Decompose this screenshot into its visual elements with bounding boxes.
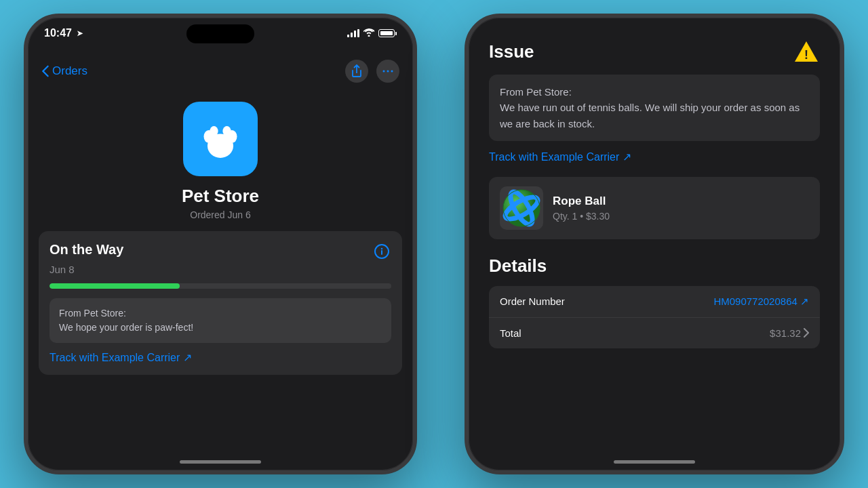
total-row[interactable]: Total $31.32 — [489, 317, 820, 348]
product-image — [500, 186, 543, 230]
progress-bar — [50, 283, 391, 289]
back-button[interactable]: Orders — [41, 64, 87, 78]
svg-text:!: ! — [804, 48, 808, 62]
issue-message-text: From Pet Store: We have run out of tenni… — [500, 84, 809, 131]
svg-point-6 — [210, 126, 218, 136]
product-meta: Qty. 1 • $3.30 — [553, 211, 809, 222]
issue-message-box: From Pet Store: We have run out of tenni… — [489, 75, 820, 141]
signal-icon — [347, 29, 359, 37]
status-time: 10:47 ➤ — [44, 27, 83, 39]
details-section: Details Order Number HM090772020864 ↗ To… — [489, 256, 820, 348]
svg-point-7 — [222, 126, 231, 136]
app-icon-section: Pet Store Ordered Jun 6 — [28, 88, 413, 231]
wifi-icon — [363, 28, 374, 39]
svg-point-2 — [391, 70, 393, 73]
dynamic-island — [186, 24, 254, 43]
issue-title: Issue — [489, 41, 534, 62]
right-phone-content: Issue ! From Pet Store: We have run out … — [469, 18, 840, 470]
order-status-card: On the Way Jun 8 From Pet Store: We hope… — [39, 231, 402, 375]
back-label: Orders — [52, 64, 87, 78]
nav-actions — [345, 60, 399, 83]
order-number-row[interactable]: Order Number HM090772020864 ↗ — [489, 286, 820, 317]
issue-header: Issue ! — [489, 38, 820, 65]
rope-ball-image — [502, 188, 541, 228]
navigation-bar: Orders — [28, 52, 413, 88]
status-date: Jun 8 — [50, 264, 391, 275]
warning-icon: ! — [793, 38, 820, 65]
app-subtitle: Ordered Jun 6 — [190, 209, 251, 220]
product-name: Rope Ball — [553, 195, 809, 208]
status-icons — [347, 28, 397, 39]
app-name: Pet Store — [182, 186, 259, 207]
total-value: $31.32 — [770, 327, 809, 339]
svg-point-0 — [383, 70, 385, 73]
left-phone: 10:47 ➤ — [24, 14, 417, 474]
progress-fill — [50, 283, 180, 289]
details-card: Order Number HM090772020864 ↗ Total $31.… — [489, 286, 820, 348]
issue-track-link[interactable]: Track with Example Carrier ↗ — [489, 150, 820, 163]
share-button[interactable] — [345, 60, 368, 83]
order-number-label: Order Number — [500, 296, 565, 307]
issue-section: Issue ! From Pet Store: We have run out … — [489, 38, 820, 163]
store-message-box: From Pet Store: We hope your order is pa… — [50, 298, 391, 343]
more-button[interactable] — [376, 60, 399, 83]
details-title: Details — [489, 256, 820, 277]
status-title: On the Way — [50, 242, 123, 258]
home-indicator-right — [614, 460, 695, 464]
app-icon — [183, 102, 258, 176]
track-link[interactable]: Track with Example Carrier ↗ — [50, 352, 192, 363]
store-message-text: From Pet Store: We hope your order is pa… — [59, 306, 382, 335]
product-info: Rope Ball Qty. 1 • $3.30 — [553, 195, 809, 222]
status-header: On the Way — [50, 242, 391, 261]
svg-point-1 — [387, 70, 389, 73]
battery-icon — [378, 29, 397, 37]
product-row: Rope Ball Qty. 1 • $3.30 — [489, 177, 820, 239]
order-number-value: HM090772020864 ↗ — [713, 296, 809, 308]
right-phone: Issue ! From Pet Store: We have run out … — [465, 14, 844, 474]
home-indicator — [180, 460, 261, 464]
left-phone-content: Orders — [28, 52, 413, 470]
total-label: Total — [500, 327, 521, 339]
info-button[interactable] — [372, 242, 391, 261]
paw-icon — [197, 116, 243, 162]
location-icon: ➤ — [77, 29, 83, 38]
